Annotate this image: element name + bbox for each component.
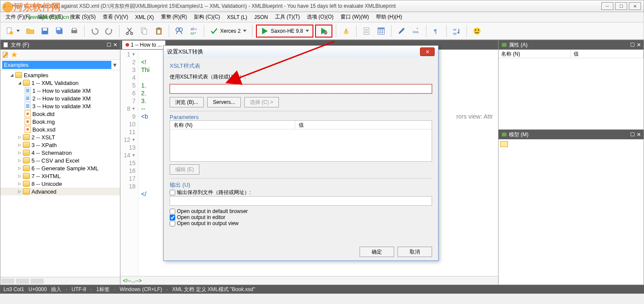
dialog-close-button[interactable]: ✕	[420, 47, 435, 56]
svg-text:XML: XML	[413, 30, 419, 34]
dialog-titlebar[interactable]: 设置XSLT转换 ✕	[164, 46, 438, 58]
save-all-button[interactable]	[53, 25, 66, 38]
tree-file[interactable]: 1 -- How to validate XM	[0, 87, 120, 94]
menu-tools[interactable]: 工具 (T)(T)	[271, 12, 303, 22]
tree-folder[interactable]: ▷5 -- CSV and Excel	[0, 157, 120, 164]
maximize-button[interactable]: ☐	[615, 2, 627, 10]
undo-button[interactable]	[88, 25, 101, 38]
find-button[interactable]	[173, 25, 186, 38]
panel-dock-icon[interactable]: ☐	[630, 42, 635, 48]
attributes-body[interactable]	[499, 58, 644, 129]
panel-close-icon[interactable]: ✕	[637, 42, 641, 48]
edit-param-button[interactable]: 编辑 (E)	[170, 164, 199, 175]
model-item[interactable]	[500, 141, 508, 147]
tree-folder[interactable]: ◢1 -- XML Validation	[0, 79, 120, 87]
servers-button[interactable]: Servers...	[207, 97, 240, 107]
open-view-checkbox[interactable]: Open output in output view	[170, 220, 432, 226]
menu-json[interactable]: JSON	[251, 13, 271, 22]
status-encoding: UTF-8	[72, 286, 86, 292]
attr-col-value[interactable]: 值	[571, 50, 644, 58]
cancel-button[interactable]: 取消	[398, 247, 432, 257]
validate-button[interactable]: Xerces 2	[208, 25, 249, 38]
run-xslt-button[interactable]: Saxon-HE 9.8	[256, 25, 313, 38]
paste-button[interactable]	[152, 25, 165, 38]
tree-folder[interactable]: ▷7 -- XHTML	[0, 172, 120, 180]
output-save-checkbox[interactable]: 输出保存到文件（路径或网址）:	[170, 189, 432, 196]
run-settings-button[interactable]	[315, 25, 332, 38]
toolbar: abac Xerces 2 Saxon-HE 9.8 XML ¶ wrap	[0, 22, 644, 40]
favorite-icon[interactable]	[11, 51, 18, 58]
editor-tab[interactable]: 1 -- How to ...	[122, 41, 165, 49]
tree-folder[interactable]: ▷4 -- Schematron	[0, 149, 120, 157]
panel-dock-icon[interactable]: ☐	[630, 132, 635, 138]
svg-point-29	[474, 27, 481, 34]
redo-button[interactable]	[103, 25, 116, 38]
color-picker-button[interactable]	[395, 25, 408, 38]
tree-folder[interactable]: ▷8 -- Unicode	[0, 180, 120, 188]
menu-search[interactable]: 搜索 (S)(S)	[66, 12, 99, 22]
wrap-button[interactable]: wrap	[450, 25, 463, 38]
tree-folder[interactable]: ▷Advanced	[0, 188, 120, 195]
panel-dock-icon[interactable]: ☐	[107, 42, 111, 48]
menu-file[interactable]: 文件 (F)(F)	[2, 12, 34, 22]
stylesheet-path-input[interactable]	[170, 84, 432, 94]
menu-schema[interactable]: 架构 (C)(C)	[190, 12, 224, 22]
cut-button[interactable]	[123, 25, 136, 38]
new-file-button[interactable]	[3, 25, 22, 38]
param-col-value[interactable]: 值	[295, 121, 307, 129]
breadcrumb-input[interactable]	[2, 61, 111, 69]
xml-tool-button[interactable]: XML	[410, 25, 423, 38]
tree-file[interactable]: Book.xsd	[0, 125, 120, 133]
open-browser-checkbox[interactable]: Open output in default browser	[170, 208, 432, 214]
file-tree[interactable]: ◢Examples ◢1 -- XML Validation 1 -- How …	[0, 70, 120, 277]
tree-folder[interactable]: ▷6 -- Generate Sample XML	[0, 164, 120, 172]
menu-view[interactable]: 查看 (V)(V)	[99, 12, 132, 22]
menu-help[interactable]: 帮助 (H)(H)	[373, 12, 406, 22]
parameters-table[interactable]: 名称 (N) 值	[170, 120, 432, 162]
tree-file[interactable]: 3 -- How to validate XM	[0, 102, 120, 110]
svg-rect-34	[502, 43, 507, 47]
tree-file[interactable]: Book.rng	[0, 118, 120, 125]
menu-xslt[interactable]: XSLT (L)	[224, 13, 251, 22]
svg-text:ac: ac	[191, 31, 195, 35]
replace-button[interactable]: abac	[187, 25, 200, 38]
save-button[interactable]	[38, 25, 51, 38]
tree-file[interactable]: 2 -- How to validate XM	[0, 94, 120, 102]
menu-reformat[interactable]: 重整 (R)(R)	[158, 12, 191, 22]
doc-button[interactable]	[360, 25, 373, 38]
status-doctype: XML 文档 定义 XML模式 "Book.xsd"	[172, 286, 255, 293]
menu-window[interactable]: 窗口 (W)(W)	[337, 12, 373, 22]
model-body[interactable]	[499, 139, 644, 285]
menu-edit[interactable]: 编辑 (E)(E)	[34, 12, 66, 22]
param-col-name[interactable]: 名称 (N)	[170, 121, 295, 129]
close-button[interactable]: ✕	[629, 2, 641, 10]
breadcrumb-bar: ▾	[0, 60, 120, 70]
menu-options[interactable]: 选项 (O)(O)	[303, 12, 337, 22]
ok-button[interactable]: 确定	[360, 247, 394, 257]
smiley-button[interactable]	[470, 25, 483, 38]
tree-folder[interactable]: ▷3 -- XPath	[0, 141, 120, 149]
panel-close-icon[interactable]: ✕	[637, 132, 641, 138]
clean-button[interactable]	[340, 25, 353, 38]
menu-xml[interactable]: XML (X)	[132, 13, 158, 22]
panel-close-icon[interactable]: ✕	[113, 42, 117, 48]
pilcrow-button[interactable]: ¶	[430, 25, 443, 38]
tree-root[interactable]: ◢Examples	[0, 71, 120, 79]
edit-icon[interactable]	[2, 51, 9, 58]
tree-folder[interactable]: ▷2 -- XSLT	[0, 133, 120, 141]
open-editor-checkbox[interactable]: Open output in editor	[170, 214, 432, 220]
status-eol: Windows (CR+LF)	[120, 286, 162, 292]
copy-button[interactable]	[138, 25, 151, 38]
editor-bottom-bar: <!--...-->	[120, 276, 498, 285]
tree-file[interactable]: Book.dtd	[0, 110, 120, 118]
select-button[interactable]: 选择 (C) >	[244, 97, 279, 107]
menubar: 文件 (F)(F) 编辑 (E)(E) 搜索 (S)(S) 查看 (V)(V) …	[0, 12, 644, 22]
output-path-input[interactable]	[170, 196, 432, 206]
attr-col-name[interactable]: 名称 (N)	[499, 50, 571, 58]
open-file-button[interactable]	[24, 25, 37, 38]
print-button[interactable]	[68, 25, 81, 38]
minimize-button[interactable]: ─	[601, 2, 613, 10]
grid-button[interactable]	[375, 25, 388, 38]
breadcrumb-dropdown-icon[interactable]: ▾	[111, 61, 118, 69]
browse-button[interactable]: 浏览 (B)...	[170, 97, 204, 107]
